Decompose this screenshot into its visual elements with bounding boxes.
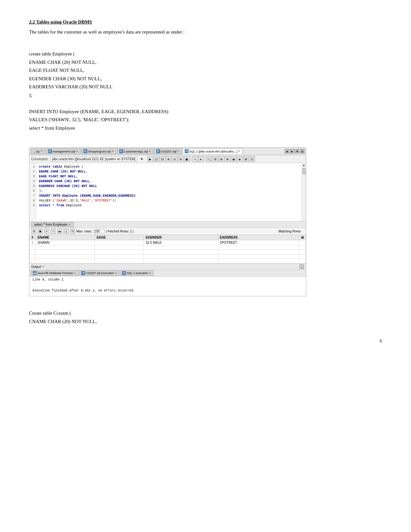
toolbar-btn-9[interactable]: ▸ [198,156,204,162]
connection-value: jdbc:oracle:thin:@localhost:1521:XE [sys… [50,157,137,162]
table-empty-row-4 [30,259,306,263]
bottom-tab-sql1-close[interactable]: ✕ [149,271,151,275]
tab-shoppingcart-close[interactable]: ✕ [112,150,114,153]
toolbar-btn-7[interactable]: ▣ [184,156,190,162]
tab-shoppingcart[interactable]: ⊞ Shoppingcart.sql ✕ [81,148,116,154]
line-num-3: 3 [31,174,35,179]
line-num-8: 8 [31,198,35,203]
col-hash: # [30,235,36,240]
matching-label: Matching Rows: [279,230,301,233]
tab-customerreg-close[interactable]: ✕ [149,150,151,153]
win-btn-left[interactable]: ◄ [285,149,289,153]
win-btn-right[interactable]: ► [290,149,294,153]
toolbar-btn-11[interactable]: ⚙ [212,156,218,162]
toolbar-btn-17[interactable]: ⊡ [249,156,255,162]
toolbar-btn-4[interactable]: ⊕ [166,156,171,162]
minimize-btn[interactable]: _ [299,264,304,269]
results-btn-4[interactable]: ▫ [51,229,56,234]
col-icon: ⊞ [299,235,306,240]
output-line-1: Line 9, column 1 [33,278,303,281]
toolbar-btn-8[interactable]: ▪ [192,156,198,162]
toolbar-btn-2[interactable]: ⊡ [153,156,159,162]
table-header-row: # ENAME EAGE EGENDER EADDRESS ⊞ [30,235,306,240]
bottom-tab-java-close[interactable]: ✕ [73,271,76,275]
results-btn-1[interactable]: ⊡ [31,229,36,234]
bottom-tab-as3207-close[interactable]: ✕ [114,271,117,275]
scroll-up-arrow[interactable]: ▲ [302,163,306,167]
toolbar-btn-15[interactable]: ◈ [237,156,243,162]
toolbar-btn-10[interactable]: 🔍 [206,156,212,162]
toolbar-sep-1 [191,156,191,161]
line-num-6: 6 [31,189,35,193]
line-num-7: 7 [31,193,35,198]
tab-management[interactable]: ⊞ management.sql ✕ [46,148,81,154]
query-tab-label: select * from Employee [34,223,67,226]
editor-line-9: select * from Employee [39,203,299,208]
connection-dropdown[interactable]: ▼ [140,157,143,161]
toolbar-btn-12[interactable]: ⊕ [219,156,224,162]
col-eaddress: EADDRESS [218,235,299,240]
results-btn-5[interactable]: ▬ [57,229,62,234]
tab-sql1[interactable]: ⊞ SQL 1 [jdbc:oracle:thin:@localho...] ✕ [182,148,243,154]
bottom-tab-java[interactable]: ☕ Java DB Database Process ✕ [31,271,78,276]
toolbar-btn-3[interactable]: ⊟ [160,156,165,162]
results-btn-6[interactable]: | [64,229,69,234]
output-tab-close[interactable]: ✕ [42,265,44,268]
win-btn-down[interactable]: ▼ [295,149,299,153]
bottom-line-2: CNAME CHAR (20) NOT NULL, [29,318,382,326]
bottom-tab-as3207-icon: ⊞ [81,271,85,275]
code-editor: 1 2 3 4 5 6 7 8 9 create table Employee … [29,163,306,221]
bottom-tab-as3207[interactable]: ⊞ AS3207.sql execution ✕ [79,271,119,276]
output-line-3: Execution finished after 0.281 s, no err… [33,289,303,292]
tab-customerreg[interactable]: ⊞ Customerreg1.sql ✕ [117,148,153,154]
table-empty-row-2 [30,250,306,254]
tab-customerreg-label: Customerreg1.sql [124,150,148,153]
tab-sql-close[interactable]: ✕ [40,150,43,153]
results-btn-3[interactable]: ▪ [44,229,49,234]
tab-as3207-icon: ⊞ [156,149,160,153]
toolbar-btn-14[interactable]: ◉ [231,156,237,162]
editor-line-2: ENAME CHAR (20) NOT NULL, [39,169,299,174]
toolbar-btn-6[interactable]: ⊛ [178,156,184,162]
code-block: create table Employee ( ENAME CHAR (20) … [29,50,382,132]
tab-sql1-close[interactable]: ✕ [238,150,240,153]
toolbar-btn-16[interactable]: ⊞ [243,156,249,162]
table-empty-row-3 [30,254,306,259]
tab-as3207-close[interactable]: ✕ [177,150,180,153]
results-btn-refresh[interactable]: ↻ [70,229,75,234]
editor-scrollbar[interactable]: ▲ [301,163,306,221]
bottom-tab-java-label: Java DB Database Process [37,271,73,275]
code-line-8: VALUES ('SHAWN', 32.5, 'MALE', 'OPSTREET… [29,116,382,124]
tab-bar: ....sq ✕ ⊞ management.sql ✕ ⊞ Shoppingca… [29,148,306,155]
query-tab[interactable]: select * from Employee ✕ [31,222,74,227]
bottom-tab-sql1-icon: ⊞ [122,271,126,275]
cell-rownum: 1 [30,240,36,245]
bottom-tab-sql1-label: SQL 1 execution [127,271,148,275]
tab-bar-left: ....sq ✕ ⊞ management.sql ✕ ⊞ Shoppingca… [31,148,243,154]
code-line-3: EAGE FLOAT NOT NULL, [29,66,382,75]
output-line-2 [33,283,303,287]
cell-icon [299,240,306,245]
scroll-thumb[interactable] [302,168,306,174]
code-line-7: INSERT INTO Employee (ENAME, EAGE, EGEND… [29,108,382,116]
tab-management-close[interactable]: ✕ [76,150,78,153]
tab-sql-label: ....sq [33,150,40,153]
win-btn-restore[interactable]: ⧉ [300,149,305,153]
maxrows-label: Max. rows: [76,230,92,233]
connection-label: Connection: [31,157,48,161]
toolbar-btn-1[interactable]: ▶ [147,156,153,162]
maxrows-input[interactable] [93,229,104,233]
tab-sql[interactable]: ....sq ✕ [31,149,45,154]
code-content[interactable]: create table Employee ( ENAME CHAR (20) … [36,163,301,221]
results-table: # ENAME EAGE EGENDER EADDRESS ⊞ 1 SHAWN … [29,235,306,263]
line-num-5: 5 [31,184,35,189]
results-btn-2[interactable]: ▣ [38,229,43,234]
connection-bar: Connection: jdbc:oracle:thin:@localhost:… [29,155,306,163]
page-number: 6 [29,339,382,344]
bottom-tab-sql1[interactable]: ⊞ SQL 1 execution ✕ [120,271,153,276]
toolbar-btn-13[interactable]: ⊗ [225,156,230,162]
toolbar-btn-5[interactable]: ⊙ [172,156,178,162]
section-heading: 2.2 Tables using Oracle DBMS [29,19,382,25]
tab-as3207[interactable]: ⊞ AS3207.sql ✕ [154,148,182,154]
query-tab-close[interactable]: ✕ [68,223,71,226]
